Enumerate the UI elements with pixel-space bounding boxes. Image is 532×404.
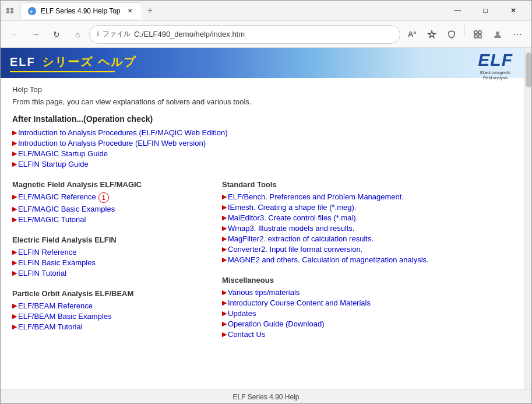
link-arrow-icon: ▶: [222, 193, 227, 201]
link-arrow-icon: ▶: [222, 224, 227, 232]
new-tab-button[interactable]: +: [142, 2, 158, 19]
tab-area: e ELF Series 4.90 Help Top ✕ +: [20, 2, 158, 19]
close-button[interactable]: ✕: [500, 1, 527, 21]
toolbar-icons: Aa: [403, 25, 527, 44]
minimize-button[interactable]: —: [444, 1, 471, 21]
link-arrow-icon: ▶: [12, 248, 17, 256]
content-area: ELF シリーズ ヘルプ ELF ELectromagnetic Field a…: [1, 48, 531, 389]
particle-link-1[interactable]: ▶ ELF/BEAM Basic Examples: [12, 312, 210, 321]
info-icon: ℹ: [97, 30, 99, 38]
toolbar-divider: [464, 25, 465, 37]
magnetic-link-0[interactable]: ▶ ELF/MAGIC Reference 1: [12, 192, 210, 203]
standard-link-1[interactable]: ▶ IEmesh. Creating a shape file (*.meg).: [222, 203, 513, 212]
tab-favicon: e: [28, 7, 36, 15]
misc-title: Miscellaneous: [222, 276, 513, 284]
link-arrow-icon: ▶: [12, 205, 17, 213]
link-arrow-icon: ▶: [222, 235, 227, 243]
magnetic-section: Magnetic Field Analysis ELF/MAGIC ▶ ELF/…: [12, 180, 210, 224]
refresh-button[interactable]: ↻: [47, 25, 66, 44]
standard-link-3[interactable]: ▶ Wmap3. Illustrate models and results.: [222, 224, 513, 233]
standard-tools-section: Standard Tools ▶ ELF/Bench. Preferences …: [222, 180, 513, 264]
header-underline: [10, 71, 115, 72]
after-install-link-0[interactable]: ▶ Introduction to Analysis Procedures (E…: [12, 128, 513, 137]
tab-title: ELF Series 4.90 Help Top: [41, 7, 121, 15]
scrollbar-thumb[interactable]: [526, 52, 531, 87]
svg-text:e: e: [30, 9, 33, 13]
magnetic-title: Magnetic Field Analysis ELF/MAGIC: [12, 180, 210, 189]
link-arrow-icon: ▶: [222, 203, 227, 211]
standard-link-6[interactable]: ▶ MAGNE2 and others. Calculation of magn…: [222, 255, 513, 264]
elf-logo-sub1: ELectromagnetic: [478, 70, 513, 75]
standard-link-0[interactable]: ▶ ELF/Bench. Preferences and Problem Man…: [222, 192, 513, 201]
misc-link-3[interactable]: ▶ Operation Guide (Download): [222, 319, 513, 328]
link-arrow-icon: ▶: [12, 312, 17, 320]
standard-link-2[interactable]: ▶ MaiEditor3. Create control files (*.ma…: [222, 213, 513, 222]
electric-link-1[interactable]: ▶ ELFIN Basic Examples: [12, 258, 210, 267]
misc-link-1[interactable]: ▶ Introductory Course Content and Materi…: [222, 298, 513, 307]
standard-tools-title: Standard Tools: [222, 180, 513, 189]
svg-rect-9: [478, 35, 481, 38]
page-header: ELF シリーズ ヘルプ ELF ELectromagnetic Field a…: [1, 48, 524, 78]
link-arrow-icon: ▶: [222, 245, 227, 253]
svg-rect-1: [10, 8, 13, 10]
favorites-icon[interactable]: [422, 25, 441, 44]
after-install-link-3[interactable]: ▶ ELFIN Startup Guide: [12, 160, 513, 168]
font-size-icon[interactable]: Aa: [403, 25, 421, 44]
elf-logo-sub2: Field analysis: [478, 75, 513, 80]
electric-section: Electric Field Analysis ELFIN ▶ ELFIN Re…: [12, 236, 210, 277]
page-body: Help Top From this page, you can view ex…: [1, 78, 524, 362]
standard-link-4[interactable]: ▶ MagFilter2. extraction of calculation …: [222, 234, 513, 243]
magnetic-link-2[interactable]: ▶ ELF/MAGIC Tutorial: [12, 215, 210, 224]
webpage[interactable]: ELF シリーズ ヘルプ ELF ELectromagnetic Field a…: [1, 48, 524, 389]
link-arrow-icon: ▶: [12, 216, 17, 223]
shield-icon[interactable]: [442, 25, 461, 44]
tab-close-button[interactable]: ✕: [125, 6, 135, 16]
address-input-box[interactable]: ℹ ファイル C:/ELF490_demo/help/index.htm: [89, 25, 400, 44]
after-install-link-1[interactable]: ▶ Introduction to Analysis Procedure (EL…: [12, 139, 513, 147]
collections-icon[interactable]: [468, 25, 487, 44]
misc-link-0[interactable]: ▶ Various tips/materials: [222, 288, 513, 297]
particle-section: Particle Orbit Analysis ELF/BEAM ▶ ELF/B…: [12, 289, 210, 331]
link-arrow-icon: ▶: [222, 256, 227, 264]
vertical-scrollbar[interactable]: [524, 48, 531, 389]
header-logo-text: ELF シリーズ ヘルプ: [10, 54, 136, 72]
link-arrow-icon: ▶: [12, 160, 17, 168]
status-text: ELF Series 4.90 Help: [232, 393, 299, 401]
electric-link-2[interactable]: ▶ ELFIN Tutorial: [12, 269, 210, 277]
svg-point-10: [496, 31, 499, 35]
svg-rect-7: [478, 31, 481, 34]
back-button[interactable]: ←: [5, 25, 24, 44]
after-install-title: After Installation...(Operation check): [12, 114, 513, 124]
breadcrumb: Help Top: [12, 85, 513, 94]
window-controls: — □ ✕: [444, 1, 527, 21]
active-tab[interactable]: e ELF Series 4.90 Help Top ✕: [20, 2, 142, 19]
misc-link-2[interactable]: ▶ Updates: [222, 309, 513, 318]
two-column-section: Magnetic Field Analysis ELF/MAGIC ▶ ELF/…: [12, 180, 513, 350]
link-arrow-icon: ▶: [12, 323, 17, 331]
url-display: C:/ELF490_demo/help/index.htm: [134, 30, 393, 38]
magnetic-link-1[interactable]: ▶ ELF/MAGIC Basic Examples: [12, 205, 210, 213]
particle-link-0[interactable]: ▶ ELF/BEAM Reference: [12, 301, 210, 310]
electric-link-0[interactable]: ▶ ELFIN Reference: [12, 248, 210, 257]
electric-title: Electric Field Analysis ELFIN: [12, 236, 210, 244]
elf-logo-letters: ELF: [478, 50, 513, 70]
link-arrow-icon: ▶: [222, 310, 227, 317]
profile-icon[interactable]: [488, 25, 507, 44]
browser-window: e ELF Series 4.90 Help Top ✕ + — □ ✕ ← →…: [0, 0, 532, 404]
link-arrow-icon: ▶: [12, 193, 17, 201]
misc-link-4[interactable]: ▶ Contact Us: [222, 330, 513, 339]
after-install-link-2[interactable]: ▶ ELF/MAGIC Startup Guide: [12, 149, 513, 158]
forward-button[interactable]: →: [26, 25, 45, 44]
particle-title: Particle Orbit Analysis ELF/BEAM: [12, 289, 210, 298]
home-button[interactable]: ⌂: [68, 25, 87, 44]
menu-button[interactable]: ⋯: [508, 25, 527, 44]
link-arrow-icon: ▶: [12, 129, 17, 136]
maximize-button[interactable]: □: [472, 1, 499, 21]
badge-1: 1: [98, 192, 109, 203]
link-arrow-icon: ▶: [12, 302, 17, 310]
svg-rect-8: [474, 35, 477, 38]
standard-link-5[interactable]: ▶ Converter2. Input file format conversi…: [222, 245, 513, 254]
particle-link-2[interactable]: ▶ ELF/BEAM Tutorial: [12, 322, 210, 331]
link-arrow-icon: ▶: [12, 150, 17, 157]
svg-rect-3: [10, 11, 13, 13]
